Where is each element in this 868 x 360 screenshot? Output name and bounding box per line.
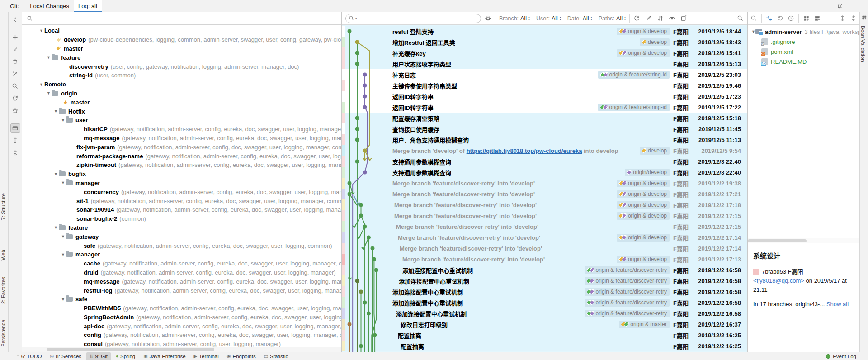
commit-row[interactable]: Merge branch 'feature/discover-retry' in…	[342, 243, 747, 254]
commit-row[interactable]: Merge branch 'feature/discover-retry' in…	[342, 199, 747, 210]
search-icon[interactable]	[10, 81, 20, 90]
ref-label[interactable]: origin & feature/discover-retry	[585, 277, 670, 285]
branch-row-remote[interactable]: ▼Remote	[22, 80, 341, 89]
commit-row[interactable]: 补充缓存keyorigin & developF嘉阳2019/12/6 15:4…	[342, 47, 747, 58]
chevron-left-icon[interactable]	[10, 15, 20, 24]
ref-label[interactable]: origin & feature/string-id	[598, 104, 670, 111]
filter-user[interactable]: User:All▴▾	[536, 15, 561, 22]
statusbar-tab-endpoints[interactable]: ◉Endpoints	[224, 352, 259, 360]
tree-expand-arrow-icon[interactable]: ▼	[60, 252, 66, 257]
stripe-tab-persistence[interactable]: Persistence	[0, 320, 6, 347]
commit-row[interactable]: 配置缓存清空策略F嘉阳2019/12/5 15:18	[342, 113, 747, 123]
pin-arrows-icon[interactable]	[766, 15, 773, 22]
branch-row-sit-1[interactable]: sit-1(gateway, notification, admin-serve…	[22, 196, 341, 205]
changed-root-row[interactable]: ▼admin-server3 files F:\java_worksp	[748, 27, 859, 37]
gear-icon[interactable]	[485, 15, 491, 22]
branch-row-gateway[interactable]: ▼gateway	[22, 232, 341, 241]
show-all-link[interactable]: Show all	[826, 301, 849, 308]
commit-row[interactable]: 用户、角色支持通用模糊查询F嘉阳2019/12/5 11:13	[342, 134, 747, 145]
statusbar-tab-statistic[interactable]: ▤Statistic	[261, 352, 292, 360]
refresh-icon[interactable]	[10, 94, 20, 103]
filter-paths[interactable]: Paths:All▴▾	[599, 15, 626, 22]
branch-row-sonar-190914[interactable]: sonar-190914(gateway, notification, admi…	[22, 205, 341, 214]
commit-row[interactable]: 主键传参使用字符串类型F嘉阳2019/12/5 19:46	[342, 80, 747, 91]
tree-expand-arrow-icon[interactable]: ▼	[38, 28, 44, 33]
commit-row[interactable]: 返回ID转字符串F嘉阳2019/12/5 17:23	[342, 91, 747, 102]
branch-row-concurrency[interactable]: concurrency(gateway, notification, admin…	[22, 187, 341, 196]
stripe-tab-7-structure[interactable]: 7: Structure	[0, 193, 6, 220]
commit-row[interactable]: 配置抽离F嘉阳2019/12/2 16:25	[342, 330, 747, 341]
statusbar-tab-8-services[interactable]: ◎8: Services	[47, 352, 85, 360]
log-search-input[interactable]: ▾	[345, 14, 481, 23]
commit-row[interactable]: Merge branch 'feature/discover-retry' in…	[342, 254, 747, 265]
commit-row[interactable]: 添加连接配置中心重试机制origin & feature/discover-re…	[342, 275, 747, 286]
ref-label[interactable]: origin & develop	[617, 180, 670, 187]
ref-label[interactable]: origin & develop	[617, 201, 670, 209]
eye-icon[interactable]	[669, 15, 675, 22]
commit-row[interactable]: 返回ID转字符串origin & feature/string-idF嘉阳201…	[342, 102, 747, 113]
commit-row[interactable]: 修改日志打印级别origin & masterF嘉阳2019/12/2 16:3…	[342, 319, 747, 330]
ref-label[interactable]: origin & develop	[617, 49, 670, 57]
branch-row-master[interactable]: ★master	[22, 98, 341, 107]
branch-row-bugfix[interactable]: ▼bugfix	[22, 170, 341, 179]
ref-label[interactable]: origin & develop	[617, 256, 670, 263]
group-folder-icon[interactable]	[10, 123, 20, 133]
commit-author-email[interactable]: <fjy8018@qq.com>	[753, 277, 804, 284]
checkout-arrow-icon[interactable]	[10, 69, 20, 78]
new-tab-icon[interactable]	[680, 15, 687, 22]
grid-icon[interactable]	[862, 15, 867, 20]
tree-expand-arrow-icon[interactable]: ▼	[60, 180, 66, 185]
branch-row-user[interactable]: ▼user	[22, 116, 341, 125]
ref-label[interactable]: origin & feature/string-id	[598, 71, 670, 79]
commit-row[interactable]: resful 登陆支持origin & developF嘉阳2019/12/6 …	[342, 26, 747, 37]
ref-label[interactable]: origin/develop	[625, 169, 670, 176]
tree-expand-arrow-icon[interactable]: ▼	[46, 55, 52, 60]
commit-row[interactable]: 查询接口使用缓存F嘉阳2019/12/5 11:45	[342, 123, 747, 134]
branch-row-master[interactable]: master	[22, 44, 341, 53]
branch-row-feature[interactable]: ▼feature	[22, 53, 341, 62]
ref-label[interactable]: origin & develop	[617, 234, 670, 242]
undo-icon[interactable]	[777, 15, 783, 22]
statusbar-tab-spring[interactable]: ●Spring	[113, 352, 138, 360]
favorite-star-icon[interactable]: ★	[63, 99, 68, 105]
ref-label[interactable]: origin & feature/discover-retry	[585, 266, 670, 274]
branch-row-hotfix[interactable]: ▼Hotfix	[22, 107, 341, 116]
branch-row-mq-message[interactable]: mq-message(gateway, notification, admin-…	[22, 134, 341, 143]
search-icon[interactable]	[750, 15, 757, 22]
expand-all-icon[interactable]	[839, 15, 846, 22]
commit-row[interactable]: Merge branch 'feature/discover-retry' in…	[342, 221, 747, 232]
ref-label[interactable]: origin & master	[619, 321, 670, 328]
refresh-icon[interactable]	[633, 15, 640, 22]
branches-search-input[interactable]	[33, 14, 341, 22]
tree-expand-arrow-icon[interactable]: ▼	[53, 109, 59, 114]
branch-row-pbewithmd5[interactable]: PBEWithMD5(gateway, notification, admin-…	[22, 304, 341, 313]
branch-row-cache[interactable]: cache(gateway, notification, admin-serve…	[22, 259, 341, 268]
branch-row-origin[interactable]: ▼origin	[22, 89, 341, 98]
collapse-all-icon[interactable]	[10, 148, 20, 157]
search-icon[interactable]	[737, 15, 744, 22]
branch-row-reformat-package-name[interactable]: reformat-package-name(gateway, notificat…	[22, 152, 341, 161]
branch-row-hikaricp[interactable]: hikariCP(gateway, notification, admin-se…	[22, 125, 341, 134]
branch-row-safe[interactable]: safe(gateway, notification, admin-server…	[22, 241, 341, 250]
statusbar-tab-6-todo[interactable]: ≡6: TODO	[14, 352, 45, 360]
ref-label[interactable]: develop	[640, 147, 670, 155]
star-icon[interactable]	[10, 106, 20, 115]
tree-expand-arrow-icon[interactable]: ▼	[38, 82, 44, 87]
branch-row-mq-message[interactable]: mq-message(gateway, notification, admin-…	[22, 277, 341, 286]
commit-row[interactable]: 支持通用参数模糊查询F嘉阳2019/12/3 22:40	[342, 156, 747, 167]
event-log-button[interactable]: Event Log	[826, 354, 856, 359]
branch-row-feature[interactable]: ▼feature	[22, 223, 341, 232]
details-horizontal-scrollbar[interactable]	[748, 238, 859, 243]
branch-row-string-id[interactable]: string-id(user, common)	[22, 71, 341, 80]
branches-horizontal-scrollbar[interactable]	[22, 347, 341, 352]
commit-row[interactable]: Merge branch 'feature/discover-retry' in…	[342, 232, 747, 243]
grid2-icon[interactable]	[814, 15, 821, 22]
branch-row-manager[interactable]: ▼manager	[22, 250, 341, 259]
commit-row[interactable]: Merge branch 'feature/discover-retry' in…	[342, 210, 747, 221]
changed-file-row[interactable]: MDREADME.MD	[748, 57, 859, 66]
branch-row-fix-jvm-param[interactable]: fix-jvm-param(gateway, notification, adm…	[22, 142, 341, 152]
collapse-all-icon[interactable]	[850, 15, 857, 22]
statusbar-tab-9-git[interactable]: ⇅9: Git	[86, 352, 111, 360]
ref-label[interactable]: origin & feature/discover-retry	[585, 288, 670, 296]
branch-row-sonar-bugfix-2[interactable]: sonar-bugfix-2(common)	[22, 214, 341, 223]
